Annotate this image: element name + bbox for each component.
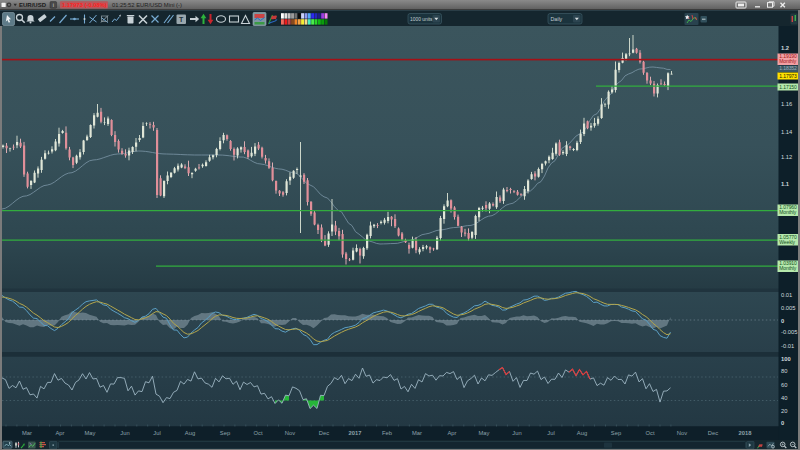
svg-text:2018: 2018 bbox=[739, 430, 753, 436]
svg-text:40: 40 bbox=[781, 395, 787, 401]
svg-text:Aug: Aug bbox=[185, 430, 195, 436]
svg-text:-0.01: -0.01 bbox=[781, 343, 794, 349]
svg-text:May: May bbox=[479, 430, 490, 436]
svg-text:Apr: Apr bbox=[55, 430, 64, 436]
svg-text:60: 60 bbox=[781, 382, 787, 388]
svg-text:100: 100 bbox=[781, 356, 791, 362]
svg-text:1.17973 (-0.08%): 1.17973 (-0.08%) bbox=[62, 2, 107, 8]
svg-text:Jul: Jul bbox=[547, 430, 554, 436]
svg-text:EUR/USD: EUR/USD bbox=[19, 2, 47, 8]
svg-text:Oct: Oct bbox=[253, 430, 262, 436]
svg-text:Monthly: Monthly bbox=[779, 265, 796, 271]
svg-text:0: 0 bbox=[781, 420, 784, 426]
svg-text:Nov: Nov bbox=[285, 430, 295, 436]
svg-text:1.18352: 1.18352 bbox=[779, 65, 797, 71]
svg-text:1.1: 1.1 bbox=[781, 181, 790, 187]
svg-text:i: i bbox=[53, 2, 54, 8]
svg-text:-0.005: -0.005 bbox=[781, 329, 797, 335]
svg-text:Monthly: Monthly bbox=[779, 209, 796, 215]
svg-text:Mar: Mar bbox=[22, 430, 32, 436]
svg-text:Oct: Oct bbox=[645, 430, 654, 436]
svg-text:0.005: 0.005 bbox=[781, 305, 796, 311]
svg-text:1.17150: 1.17150 bbox=[779, 84, 797, 90]
svg-text:T: T bbox=[179, 16, 184, 23]
svg-text:Feb: Feb bbox=[382, 430, 392, 436]
svg-text:Dec: Dec bbox=[708, 430, 718, 436]
svg-text:80: 80 bbox=[781, 368, 787, 374]
svg-text:Daily: Daily bbox=[551, 16, 563, 22]
svg-text:01:25:52 EUR/USD Mini (-): 01:25:52 EUR/USD Mini (-) bbox=[112, 2, 182, 8]
svg-text:0: 0 bbox=[781, 318, 784, 324]
svg-text:Monthly: Monthly bbox=[779, 58, 796, 64]
svg-text:1.2: 1.2 bbox=[781, 45, 789, 51]
svg-text:20: 20 bbox=[781, 408, 787, 414]
svg-text:Jun: Jun bbox=[120, 430, 129, 436]
svg-text:1000 units: 1000 units bbox=[410, 17, 433, 22]
svg-text:1.17973: 1.17973 bbox=[779, 73, 797, 79]
svg-text:1.14: 1.14 bbox=[781, 129, 793, 135]
svg-text:Mar: Mar bbox=[412, 430, 422, 436]
svg-text:Dec: Dec bbox=[319, 430, 329, 436]
svg-text:0.01: 0.01 bbox=[781, 292, 792, 298]
svg-text:Apr: Apr bbox=[447, 430, 456, 436]
svg-text:Jul: Jul bbox=[153, 430, 160, 436]
svg-text:1.12: 1.12 bbox=[781, 154, 792, 160]
svg-text:Sep: Sep bbox=[220, 430, 230, 436]
svg-text:Nov: Nov bbox=[677, 430, 687, 436]
svg-text:Sep: Sep bbox=[611, 430, 621, 436]
svg-text:Aug: Aug bbox=[577, 430, 587, 436]
svg-text:Weekly: Weekly bbox=[779, 239, 795, 245]
svg-text:2017: 2017 bbox=[349, 430, 362, 436]
svg-text:May: May bbox=[85, 430, 96, 436]
svg-text:1.16: 1.16 bbox=[781, 101, 792, 107]
svg-text:Jun: Jun bbox=[512, 430, 521, 436]
